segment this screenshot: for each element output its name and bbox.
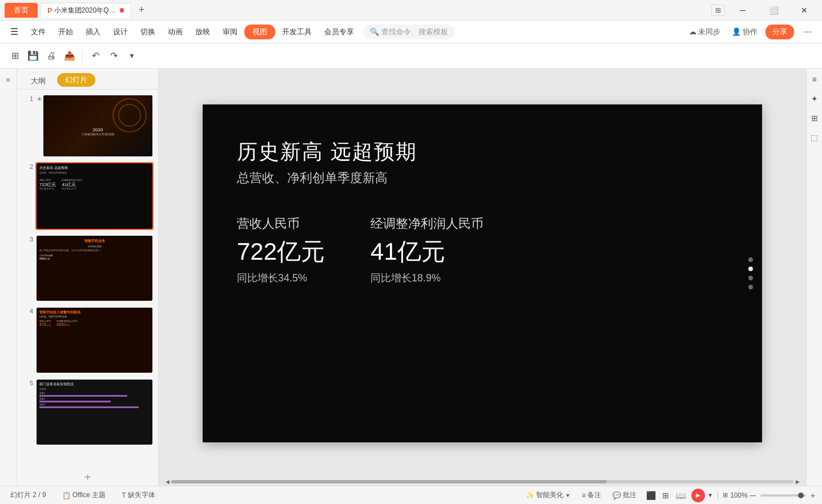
zoom-in-button[interactable]: + (811, 491, 815, 500)
slide-info: 幻灯片 2 / 9 (7, 489, 50, 501)
toolbar-export[interactable]: 📤 (62, 48, 78, 64)
zoom-out-button[interactable]: ─ (750, 491, 756, 500)
menu-search[interactable]: 🔍 查找命令、搜索模板 (363, 25, 455, 39)
panel-left: « (0, 68, 17, 486)
window-close-button[interactable]: ✕ (791, 0, 817, 21)
play-controls: ▶ ▼ (691, 489, 713, 502)
toolbar-undo[interactable]: ↶ (87, 48, 103, 64)
slide-list: 1 ★ 2020 小米移动软件公司Q3业绩 (17, 90, 158, 469)
window-restore-button[interactable]: ⬜ (760, 0, 787, 21)
toolbar-print[interactable]: 🖨 (43, 48, 59, 64)
scroll-right-arrow[interactable]: ▶ (793, 478, 801, 486)
window-layout-btn[interactable]: ⊞ (711, 5, 725, 16)
main-slide-canvas: 历史新高 远超预期 总营收、净利创单季度新高 营收人民币 722亿元 同比增长3… (203, 104, 762, 442)
status-sep (718, 491, 718, 500)
menu-hamburger[interactable]: ☰ (5, 24, 24, 39)
zoom-slider[interactable] (760, 494, 806, 497)
toolbar-save[interactable]: 💾 (25, 48, 41, 64)
sync-button[interactable]: ☁ 未同步 (686, 25, 724, 39)
toolbar-redo[interactable]: ↷ (106, 48, 122, 64)
tab-outline[interactable]: 大纲 (24, 74, 53, 88)
menu-transition[interactable]: 切换 (135, 25, 161, 39)
toolbar-grid[interactable]: ⊞ (7, 48, 23, 64)
window-controls: ⊞ ─ ⬜ ✕ (711, 0, 817, 21)
slide-item-3[interactable]: 3 智能手机业务 全球高出货量 第三季度全球4660万部出货量，以13.5%的市… (22, 235, 154, 302)
metric-profit-label: 经调整净利润人民币 (370, 215, 483, 232)
right-tool-layout[interactable]: ⊞ (808, 112, 821, 124)
menu-slideshow[interactable]: 放映 (190, 25, 216, 39)
collab-icon: 👤 (732, 27, 741, 36)
slide-panel-tabs: 大纲 幻灯片 (17, 68, 158, 90)
slide-item-1[interactable]: 1 ★ 2020 小米移动软件公司Q3业绩 (22, 94, 154, 158)
right-tool-effects[interactable]: ✦ (808, 92, 821, 105)
panel-right: ≡ ✦ ⊞ ⬚ (806, 68, 822, 486)
right-tool-adjust[interactable]: ≡ (808, 73, 821, 86)
status-bar: 幻灯片 2 / 9 📋 Office 主题 T 缺失字体 ✨ 智能美化 ▼ ≡ … (0, 486, 822, 504)
play-button[interactable]: ▶ (691, 489, 705, 502)
zoom-fit-button[interactable]: ⊞ (723, 491, 728, 499)
beautify-dropdown[interactable]: ▼ (565, 493, 570, 498)
tab-slides[interactable]: 幻灯片 (57, 73, 95, 87)
window-minimize-button[interactable]: ─ (730, 0, 756, 21)
canvas-scroll[interactable]: 历史新高 远超预期 总营收、净利创单季度新高 营收人民币 722亿元 同比增长3… (159, 68, 806, 478)
slide-thumb-3[interactable]: 智能手机业务 全球高出货量 第三季度全球4660万部出货量，以13.5%的市场份… (35, 235, 154, 302)
share-button[interactable]: 分享 (765, 25, 794, 39)
view-reader[interactable]: 📖 (674, 489, 687, 502)
menu-review[interactable]: 审阅 (217, 25, 243, 39)
office-icon: 📋 (62, 491, 71, 499)
new-tab-button[interactable]: + (134, 2, 150, 18)
slide-item-2[interactable]: 2 历史新高 远超预期 总营收、净利创单季度新高 营收人民币 722亿元 同比增… (22, 162, 154, 229)
collab-button[interactable]: 👤 协作 (728, 25, 761, 39)
sync-icon: ☁ (689, 27, 696, 36)
metric-revenue-label: 营收人民币 (237, 215, 325, 232)
scroll-left-arrow[interactable]: ◀ (163, 478, 171, 486)
slide-dot-3[interactable] (748, 276, 753, 280)
play-dropdown[interactable]: ▼ (707, 492, 713, 498)
comments-button[interactable]: 💬 批注 (609, 489, 640, 501)
zoom-level: 100% (730, 491, 748, 499)
menu-design[interactable]: 设计 (107, 25, 134, 39)
slide-thumb-1[interactable]: 2020 小米移动软件公司Q3业绩 (42, 94, 154, 158)
menu-animation[interactable]: 动画 (162, 25, 188, 39)
slide-thumb-5[interactable]: 部门业务目标实现情况 完成率 业务1 业务2 业务3 (35, 378, 154, 446)
slide-item-4[interactable]: 4 智能手机收入销量均创新高 记录值、智能手机季度业绩 营收人民币 476亿元 (22, 307, 154, 374)
view-mode-icons: ⬛ ⊞ 📖 (644, 489, 687, 502)
metric-profit: 经调整净利润人民币 41亿元 同比增长18.9% (370, 215, 483, 285)
canvas-area: 历史新高 远超预期 总营收、净利创单季度新高 营收人民币 722亿元 同比增长3… (159, 68, 806, 486)
slide-dot-4[interactable] (748, 285, 753, 289)
slide-dot-2[interactable] (748, 267, 753, 271)
slide-dot-1[interactable] (748, 257, 753, 262)
home-tab[interactable]: 首页 (5, 3, 38, 18)
beautify-button[interactable]: ✨ 智能美化 ▼ (522, 489, 574, 501)
comments-icon: 💬 (613, 491, 621, 499)
menu-right-area: ☁ 未同步 👤 协作 分享 ··· (686, 25, 817, 39)
zoom-controls: ⊞ 100% ─ + (723, 491, 815, 500)
menu-bar: ☰ 文件 开始 插入 设计 切换 动画 放映 审阅 视图 开发工具 会员专享 🔍… (0, 21, 822, 43)
font-warning[interactable]: T 缺失字体 (118, 489, 158, 501)
title-bar: 首页 P 小米集团2020年Q3业绩 + ⊞ ─ ⬜ ✕ (0, 0, 822, 21)
toolbar-dropdown[interactable]: ▼ (124, 48, 140, 64)
menu-insert[interactable]: 插入 (80, 25, 106, 39)
menu-file[interactable]: 文件 (25, 25, 51, 39)
right-tool-crop[interactable]: ⬚ (808, 131, 821, 144)
file-tab[interactable]: P 小米集团2020年Q3业绩 (40, 3, 131, 18)
menu-devtools[interactable]: 开发工具 (276, 25, 317, 39)
theme-label[interactable]: 📋 Office 主题 (59, 489, 109, 501)
view-normal[interactable]: ⬛ (644, 489, 657, 502)
panel-collapse-button[interactable]: « (2, 73, 15, 86)
slide-metrics: 营收人民币 722亿元 同比增长34.5% 经调整净利润人民币 41亿元 同比增… (237, 215, 728, 285)
menu-vip[interactable]: 会员专享 (319, 25, 360, 39)
horizontal-scrollbar[interactable]: ◀ ▶ (159, 478, 806, 486)
slide-item-5[interactable]: 5 部门业务目标实现情况 完成率 业务1 业务2 业务3 (22, 378, 154, 446)
menu-home[interactable]: 开始 (53, 25, 79, 39)
slide-num-4: 4 (22, 307, 33, 315)
slide-thumb-2[interactable]: 历史新高 远超预期 总营收、净利创单季度新高 营收人民币 722亿元 同比增长3… (35, 162, 154, 229)
scroll-track[interactable] (171, 480, 793, 483)
more-menu[interactable]: ··· (799, 25, 817, 39)
view-grid[interactable]: ⊞ (659, 489, 672, 502)
add-slide-button[interactable]: + (17, 469, 158, 486)
status-right: ✨ 智能美化 ▼ ≡ 备注 💬 批注 ⬛ ⊞ 📖 ▶ ▼ ⊞ 100% ─ (522, 489, 815, 502)
menu-view[interactable]: 视图 (244, 25, 275, 39)
slide-thumb-4[interactable]: 智能手机收入销量均创新高 记录值、智能手机季度业绩 营收人民币 476亿元 经调… (35, 307, 154, 374)
notes-button[interactable]: ≡ 备注 (578, 489, 605, 501)
